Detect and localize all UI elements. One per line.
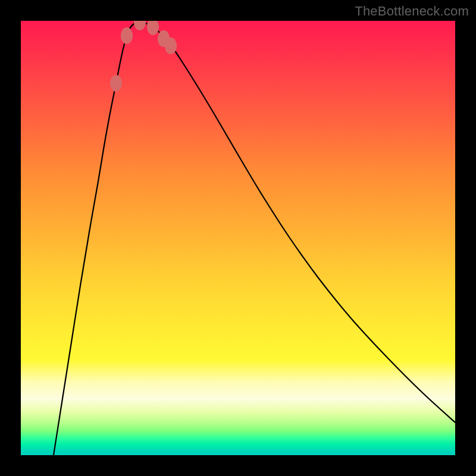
chart-frame: TheBottleneck.com — [0, 0, 476, 476]
marker-layer — [21, 21, 455, 455]
center-marker — [134, 21, 146, 30]
right-lower-marker — [147, 21, 159, 35]
plot-area — [21, 21, 455, 455]
left-upper-marker — [110, 75, 122, 92]
left-lower-marker — [121, 27, 133, 44]
watermark-label: TheBottleneck.com — [355, 4, 469, 19]
right-upper2-marker — [165, 37, 177, 54]
